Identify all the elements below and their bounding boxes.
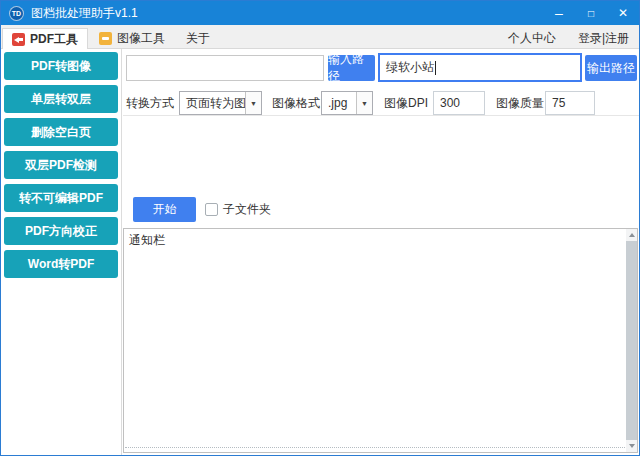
image-file-icon (99, 32, 112, 45)
image-dpi-label: 图像DPI (384, 91, 428, 115)
close-button[interactable]: ✕ (607, 1, 639, 25)
input-path-field[interactable] (126, 55, 324, 81)
convert-mode-value: 页面转为图像 (180, 92, 245, 114)
convert-mode-label: 转换方式 (126, 91, 174, 115)
sidebar: PDF转图像 单层转双层 删除空白页 双层PDF检测 转不可编辑PDF PDF方… (1, 49, 122, 455)
subfolder-label: 子文件夹 (223, 197, 271, 222)
scroll-down-icon[interactable] (626, 440, 637, 452)
horizontal-scrollbar[interactable] (125, 447, 625, 451)
image-quality-field[interactable]: 75 (545, 91, 595, 115)
image-format-label: 图像格式 (272, 91, 320, 115)
output-path-field[interactable]: 绿软小站 (378, 53, 582, 82)
app-icon: TD (9, 6, 24, 21)
sidebar-item-dual-layer-pdf-detect[interactable]: 双层PDF检测 (4, 151, 118, 179)
sidebar-item-to-noneditable-pdf[interactable]: 转不可编辑PDF (4, 184, 118, 212)
window-controls: – □ ✕ (543, 1, 639, 25)
image-format-dropdown[interactable]: .jpg ▼ (321, 91, 373, 115)
image-dpi-field[interactable]: 300 (433, 91, 485, 115)
image-quality-label: 图像质量 (496, 91, 544, 115)
window-title: 图档批处理助手v1.1 (31, 5, 138, 22)
pdf-file-icon (12, 33, 25, 46)
personal-center-link[interactable]: 个人中心 (508, 28, 556, 48)
chevron-down-icon[interactable]: ▼ (245, 92, 261, 114)
sidebar-item-word-to-pdf[interactable]: Word转PDF (4, 250, 118, 278)
notification-text: 通知栏 (129, 232, 165, 249)
vertical-scrollbar[interactable] (626, 229, 637, 452)
sidebar-item-single-to-dual-layer[interactable]: 单层转双层 (4, 85, 118, 113)
maximize-button[interactable]: □ (575, 1, 607, 25)
start-button[interactable]: 开始 (133, 197, 196, 222)
input-path-button[interactable]: 输入路径 (328, 55, 375, 81)
scroll-up-icon[interactable] (626, 229, 637, 241)
tab-bar: PDF工具 图像工具 关于 个人中心 登录|注册 (1, 25, 639, 49)
app-window: TD 图档批处理助手v1.1 – □ ✕ PDF工具 图像工具 关于 个人中心 … (0, 0, 640, 456)
tab-image-tools[interactable]: 图像工具 (89, 28, 175, 48)
output-path-button[interactable]: 输出路径 (585, 55, 637, 81)
subfolder-checkbox[interactable] (205, 203, 218, 216)
minimize-button[interactable]: – (543, 1, 575, 25)
section-divider (123, 115, 639, 116)
output-path-value: 绿软小站 (386, 59, 434, 76)
notification-area[interactable]: 通知栏 (123, 228, 638, 453)
tab-label: PDF工具 (30, 31, 78, 48)
sidebar-item-pdf-orientation-fix[interactable]: PDF方向校正 (4, 217, 118, 245)
login-register-link[interactable]: 登录|注册 (578, 28, 629, 48)
tab-about[interactable]: 关于 (176, 28, 220, 48)
sidebar-item-pdf-to-image[interactable]: PDF转图像 (4, 52, 118, 80)
image-format-value: .jpg (322, 92, 356, 114)
sidebar-item-delete-blank-pages[interactable]: 删除空白页 (4, 118, 118, 146)
tab-label: 图像工具 (117, 30, 165, 47)
titlebar: TD 图档批处理助手v1.1 – □ ✕ (1, 1, 639, 25)
chevron-down-icon[interactable]: ▼ (356, 92, 372, 114)
account-links: 个人中心 登录|注册 (508, 28, 629, 48)
text-cursor (435, 61, 436, 75)
tab-label: 关于 (186, 30, 210, 47)
convert-mode-dropdown[interactable]: 页面转为图像 ▼ (179, 91, 262, 115)
tab-pdf-tools[interactable]: PDF工具 (2, 28, 88, 49)
